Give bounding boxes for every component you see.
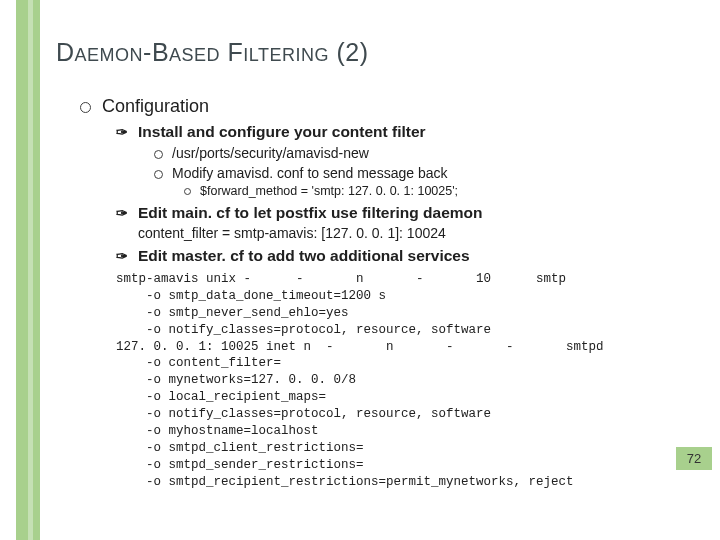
bullet-forward: $forward_method = 'smtp: 127. 0. 0. 1: 1… <box>184 184 684 198</box>
bullet-modify: Modify amavisd. conf to send message bac… <box>154 165 684 181</box>
bullet-text: $forward_method = 'smtp: 127. 0. 0. 1: 1… <box>200 184 458 198</box>
slide-title: Daemon-Based Filtering (2) <box>56 38 368 67</box>
bullet-edit-main: ✑ Edit main. cf to let postfix use filte… <box>116 204 684 222</box>
bullet-text: /usr/ports/security/amavisd-new <box>172 145 369 161</box>
circle-icon <box>154 147 172 161</box>
circle-icon <box>184 185 200 197</box>
slide-content: Configuration ✑ Install and configure yo… <box>56 90 684 490</box>
bullet-install: ✑ Install and configure your content fil… <box>116 123 684 141</box>
slide: Daemon-Based Filtering (2) Configuration… <box>0 0 720 540</box>
bullet-text: Edit main. cf to let postfix use filteri… <box>138 204 482 222</box>
side-bar-inner <box>28 0 33 540</box>
circle-icon <box>154 167 172 181</box>
bullet-edit-master: ✑ Edit master. cf to add two additional … <box>116 247 684 265</box>
bullet-configuration: Configuration <box>80 96 684 117</box>
bullet-path: /usr/ports/security/amavisd-new <box>154 145 684 161</box>
leaf-icon: ✑ <box>116 205 138 221</box>
bullet-text: Install and configure your content filte… <box>138 123 426 141</box>
code-block: smtp-amavis unix - - n - 10 smtp -o smtp… <box>116 271 684 490</box>
leaf-icon: ✑ <box>116 248 138 264</box>
circle-icon <box>80 98 102 116</box>
bullet-text: Modify amavisd. conf to send message bac… <box>172 165 447 181</box>
leaf-icon: ✑ <box>116 124 138 140</box>
page-number-badge: 72 <box>676 447 712 470</box>
bullet-text: Configuration <box>102 96 209 117</box>
bullet-text: Edit master. cf to add two additional se… <box>138 247 470 265</box>
content-filter-line: content_filter = smtp-amavis: [127. 0. 0… <box>138 225 684 241</box>
